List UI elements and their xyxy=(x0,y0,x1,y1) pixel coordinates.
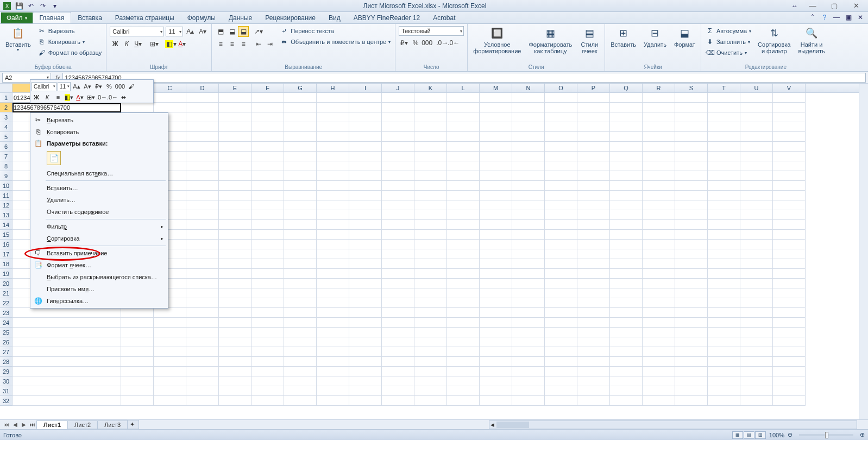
workbook-close-icon[interactable]: ✕ xyxy=(856,13,865,22)
cell-U24[interactable] xyxy=(740,318,773,328)
cell-Q23[interactable] xyxy=(610,308,643,318)
cell-O1[interactable] xyxy=(545,93,577,103)
cell-N25[interactable] xyxy=(512,328,545,337)
cell-I4[interactable] xyxy=(349,122,382,132)
cell-H13[interactable] xyxy=(317,210,349,220)
close-button[interactable]: ✕ xyxy=(847,1,865,11)
cell-V29[interactable] xyxy=(773,367,806,376)
cell-P7[interactable] xyxy=(577,152,610,161)
cell-U20[interactable] xyxy=(740,279,773,288)
cell-G27[interactable] xyxy=(284,347,317,357)
cell-H7[interactable] xyxy=(317,152,349,161)
row-header-8[interactable]: 8 xyxy=(0,161,12,171)
cell-U14[interactable] xyxy=(740,220,773,230)
cell-J4[interactable] xyxy=(382,122,414,132)
cell-F3[interactable] xyxy=(251,112,284,122)
cell-L29[interactable] xyxy=(447,367,480,376)
cell-Q12[interactable] xyxy=(610,200,643,210)
cell-T18[interactable] xyxy=(708,259,740,269)
col-header-G[interactable]: G xyxy=(284,84,317,92)
cell-M7[interactable] xyxy=(480,152,512,161)
cell-R4[interactable] xyxy=(643,122,675,132)
cell-T12[interactable] xyxy=(708,200,740,210)
tab-view[interactable]: Вид xyxy=(322,12,347,23)
cell-S20[interactable] xyxy=(675,279,708,288)
cell-V23[interactable] xyxy=(773,308,806,318)
cell-H27[interactable] xyxy=(317,347,349,357)
cell-D13[interactable] xyxy=(186,210,219,220)
cell-R19[interactable] xyxy=(643,269,675,279)
cell-T31[interactable] xyxy=(708,386,740,396)
cell-J10[interactable] xyxy=(382,181,414,191)
cell-Q31[interactable] xyxy=(610,386,643,396)
cell-D21[interactable] xyxy=(186,288,219,298)
cell-M12[interactable] xyxy=(480,200,512,210)
cell-I19[interactable] xyxy=(349,269,382,279)
cell-G20[interactable] xyxy=(284,279,317,288)
col-header-N[interactable]: N xyxy=(512,84,545,92)
col-header-S[interactable]: S xyxy=(675,84,708,92)
cell-N21[interactable] xyxy=(512,288,545,298)
cell-N18[interactable] xyxy=(512,259,545,269)
cell-P22[interactable] xyxy=(577,298,610,308)
cell-C28[interactable] xyxy=(154,357,186,367)
cell-S21[interactable] xyxy=(675,288,708,298)
cell-F9[interactable] xyxy=(251,171,284,181)
ribbon-minimize-icon[interactable]: ˄ xyxy=(808,13,817,22)
cell-I20[interactable] xyxy=(349,279,382,288)
cell-J20[interactable] xyxy=(382,279,414,288)
cell-F13[interactable] xyxy=(251,210,284,220)
cm-pick-from-list[interactable]: Выбрать из раскрывающегося списка… xyxy=(30,271,168,283)
cell-S3[interactable] xyxy=(675,112,708,122)
cell-G19[interactable] xyxy=(284,269,317,279)
cell-H2[interactable] xyxy=(317,103,349,112)
cell-P23[interactable] xyxy=(577,308,610,318)
zoom-out-button[interactable]: ⊖ xyxy=(788,431,792,438)
col-header-Q[interactable]: Q xyxy=(610,84,643,92)
cell-N29[interactable] xyxy=(512,367,545,376)
cell-G10[interactable] xyxy=(284,181,317,191)
col-header-C[interactable]: C xyxy=(154,84,186,92)
row-header-32[interactable]: 32 xyxy=(0,396,12,406)
cell-K4[interactable] xyxy=(414,122,447,132)
cell-E20[interactable] xyxy=(219,279,251,288)
cell-N22[interactable] xyxy=(512,298,545,308)
cell-U2[interactable] xyxy=(740,103,773,112)
view-normal-icon[interactable]: ▦ xyxy=(732,431,743,439)
cell-V30[interactable] xyxy=(773,376,806,386)
sheet-tab-1[interactable]: Лист1 xyxy=(36,420,68,429)
cell-G17[interactable] xyxy=(284,249,317,259)
cell-O4[interactable] xyxy=(545,122,577,132)
col-header-I[interactable]: I xyxy=(349,84,382,92)
cell-G32[interactable] xyxy=(284,396,317,406)
cell-D6[interactable] xyxy=(186,142,219,152)
cell-T2[interactable] xyxy=(708,103,740,112)
cell-R31[interactable] xyxy=(643,386,675,396)
cell-G11[interactable] xyxy=(284,191,317,200)
cell-D3[interactable] xyxy=(186,112,219,122)
font-color-icon[interactable]: A▾ xyxy=(177,39,187,49)
cell-K9[interactable] xyxy=(414,171,447,181)
comma-icon[interactable]: 000 xyxy=(422,37,432,48)
cell-F2[interactable] xyxy=(251,103,284,112)
cell-S30[interactable] xyxy=(675,376,708,386)
cell-O16[interactable] xyxy=(545,240,577,249)
cell-R27[interactable] xyxy=(643,347,675,357)
bold-icon[interactable]: Ж xyxy=(110,39,121,49)
cell-L10[interactable] xyxy=(447,181,480,191)
row-header-28[interactable]: 28 xyxy=(0,357,12,367)
cell-L8[interactable] xyxy=(447,161,480,171)
cell-I22[interactable] xyxy=(349,298,382,308)
cell-N28[interactable] xyxy=(512,357,545,367)
cell-E30[interactable] xyxy=(219,376,251,386)
cell-Q28[interactable] xyxy=(610,357,643,367)
cell-P18[interactable] xyxy=(577,259,610,269)
number-format-combo[interactable]: Текстовый xyxy=(399,26,464,36)
col-header-T[interactable]: T xyxy=(708,84,740,92)
cell-D28[interactable] xyxy=(186,357,219,367)
align-top-icon[interactable]: ⬒ xyxy=(215,26,226,37)
cell-U27[interactable] xyxy=(740,347,773,357)
cell-J5[interactable] xyxy=(382,132,414,142)
cell-D2[interactable] xyxy=(186,103,219,112)
italic-icon[interactable]: К xyxy=(121,39,132,49)
